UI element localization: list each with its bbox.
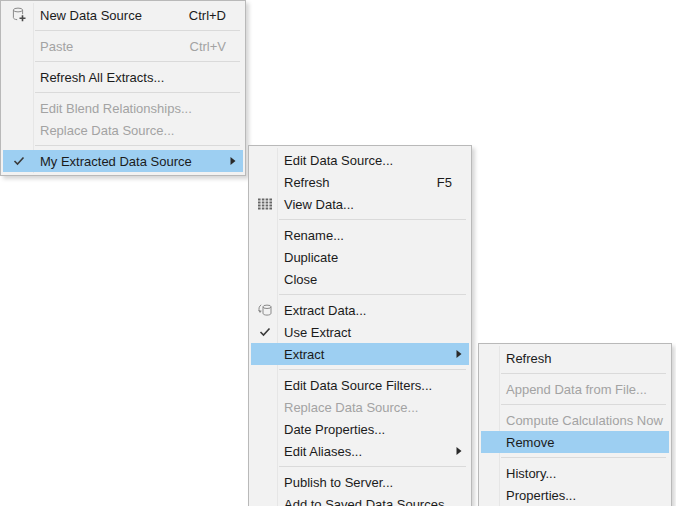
- menu-item-extract[interactable]: Extract: [251, 343, 469, 365]
- menu-item-label: My Extracted Data Source: [34, 154, 192, 169]
- menu-item-gutter: [251, 198, 278, 211]
- menu-item-label: Edit Data Source...: [278, 153, 393, 168]
- menu-item-label: New Data Source: [34, 8, 142, 23]
- menu-item-label: Edit Blend Relationships...: [34, 101, 192, 116]
- submenu-arrow-icon: [456, 350, 462, 359]
- check-icon: [13, 156, 25, 166]
- submenu-arrow: [456, 447, 462, 456]
- data-menu: New Data SourceCtrl+DPasteCtrl+VRefresh …: [0, 0, 246, 176]
- menu-item-label: Paste: [34, 39, 73, 54]
- menu-item-refresh[interactable]: Refresh: [481, 347, 669, 369]
- menu-item-append-data-from-file: Append Data from File...: [481, 378, 669, 400]
- data-source-submenu: Edit Data Source...RefreshF5View Data...…: [248, 145, 472, 506]
- menu-item-properties[interactable]: Properties...: [481, 484, 669, 506]
- menu-item-gutter: [251, 302, 278, 319]
- menu-item-edit-data-source-filters[interactable]: Edit Data Source Filters...: [251, 374, 469, 396]
- menu-item-replace-data-source: Replace Data Source...: [3, 119, 243, 141]
- menu-item-add-to-saved-data-sources[interactable]: Add to Saved Data Sources...: [251, 493, 469, 506]
- menu-item-label: Replace Data Source...: [278, 400, 418, 415]
- menu-item-new-data-source[interactable]: New Data SourceCtrl+D: [3, 4, 243, 26]
- desktop: { "colors": { "highlight": "#9dcff2", "m…: [0, 0, 676, 506]
- submenu-arrow-icon: [456, 447, 462, 456]
- menu-item-shortcut: Ctrl+V: [190, 39, 226, 54]
- menu-item-gutter: [3, 6, 34, 24]
- menu-item-label: Edit Data Source Filters...: [278, 378, 432, 393]
- menu-item-label: History...: [500, 466, 556, 481]
- menu-item-shortcut: F5: [437, 175, 452, 190]
- menu-separator: [35, 92, 240, 93]
- menu-item-edit-blend-relationships: Edit Blend Relationships...: [3, 97, 243, 119]
- menu-item-gutter: [3, 156, 34, 166]
- menu-item-label: Extract Data...: [278, 303, 366, 318]
- menu-separator: [279, 219, 466, 220]
- menu-item-close[interactable]: Close: [251, 268, 469, 290]
- menu-separator: [279, 369, 466, 370]
- menu-item-label: View Data...: [278, 197, 354, 212]
- menu-item-publish-to-server[interactable]: Publish to Server...: [251, 471, 469, 493]
- submenu-arrow-icon: [230, 157, 236, 166]
- menu-item-label: Compute Calculations Now: [500, 413, 663, 428]
- menu-item-label: Refresh: [278, 175, 330, 190]
- menu-item-label: Replace Data Source...: [34, 123, 174, 138]
- menu-item-label: Extract: [278, 347, 324, 362]
- menu-separator: [501, 457, 666, 458]
- submenu-arrow: [456, 350, 462, 359]
- menu-item-use-extract[interactable]: Use Extract: [251, 321, 469, 343]
- menu-item-replace-data-source: Replace Data Source...: [251, 396, 469, 418]
- menu-item-compute-calculations-now: Compute Calculations Now: [481, 409, 669, 431]
- menu-item-label: Duplicate: [278, 250, 338, 265]
- menu-item-history[interactable]: History...: [481, 462, 669, 484]
- menu-item-label: Publish to Server...: [278, 475, 393, 490]
- menu-item-paste: PasteCtrl+V: [3, 35, 243, 57]
- menu-item-label: Use Extract: [278, 325, 351, 340]
- new-data-source-icon: [10, 6, 28, 24]
- menu-separator: [501, 404, 666, 405]
- extract-data-icon: [256, 302, 274, 319]
- menu-item-edit-data-source[interactable]: Edit Data Source...: [251, 149, 469, 171]
- menu-item-label: Properties...: [500, 488, 576, 503]
- menu-separator: [35, 145, 240, 146]
- menu-separator: [501, 373, 666, 374]
- menu-item-label: Append Data from File...: [500, 382, 647, 397]
- menu-separator: [35, 30, 240, 31]
- menu-item-label: Close: [278, 272, 317, 287]
- menu-item-label: Refresh All Extracts...: [34, 70, 164, 85]
- menu-item-duplicate[interactable]: Duplicate: [251, 246, 469, 268]
- menu-item-label: Remove: [500, 435, 554, 450]
- menu-item-refresh-all-extracts[interactable]: Refresh All Extracts...: [3, 66, 243, 88]
- menu-item-label: Refresh: [500, 351, 552, 366]
- menu-item-remove[interactable]: Remove: [481, 431, 669, 453]
- view-data-grid-icon: [257, 198, 273, 211]
- menu-item-extract-data[interactable]: Extract Data...: [251, 299, 469, 321]
- menu-item-my-extracted-data-source[interactable]: My Extracted Data Source: [3, 150, 243, 172]
- menu-item-date-properties[interactable]: Date Properties...: [251, 418, 469, 440]
- extract-submenu: RefreshAppend Data from File...Compute C…: [478, 343, 672, 506]
- menu-item-view-data[interactable]: View Data...: [251, 193, 469, 215]
- menu-item-rename[interactable]: Rename...: [251, 224, 469, 246]
- menu-item-label: Add to Saved Data Sources...: [278, 497, 455, 506]
- menu-separator: [35, 61, 240, 62]
- menu-item-label: Edit Aliases...: [278, 444, 362, 459]
- menu-separator: [279, 294, 466, 295]
- menu-item-edit-aliases[interactable]: Edit Aliases...: [251, 440, 469, 462]
- menu-separator: [279, 466, 466, 467]
- menu-item-refresh[interactable]: RefreshF5: [251, 171, 469, 193]
- menu-item-shortcut: Ctrl+D: [189, 8, 226, 23]
- menu-item-label: Date Properties...: [278, 422, 385, 437]
- menu-item-label: Rename...: [278, 228, 344, 243]
- submenu-arrow: [230, 157, 236, 166]
- check-icon: [259, 327, 271, 337]
- menu-item-gutter: [251, 327, 278, 337]
